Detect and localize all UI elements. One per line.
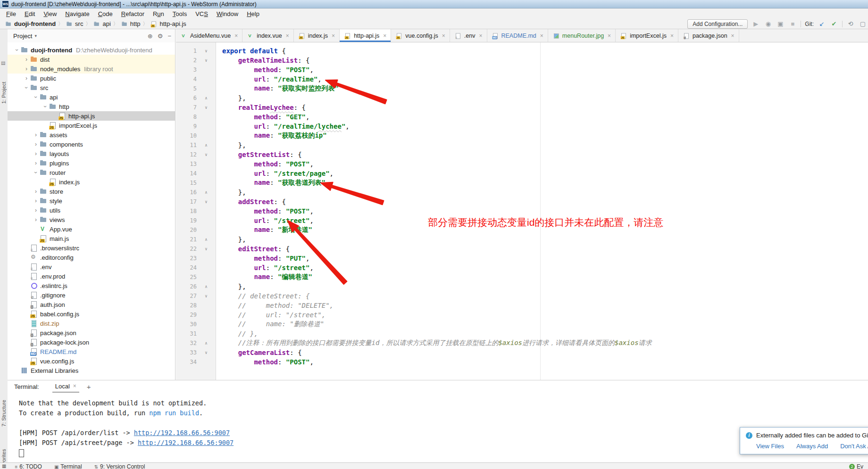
project-panel-title[interactable]: Project [13,33,32,40]
close-icon[interactable]: × [540,33,543,39]
fold-marker[interactable]: ∨ [197,105,216,110]
chevron-icon[interactable]: › [23,84,30,91]
menu-tools[interactable]: Tools [168,9,191,18]
hide-icon[interactable]: − [167,33,171,40]
fold-marker[interactable]: ∨ [197,294,216,298]
close-icon[interactable]: × [670,33,674,39]
tree-item-router[interactable]: ›router [8,168,175,177]
tree-item-assets[interactable]: ›assets [8,130,175,140]
tree-item-http-api.js[interactable]: JShttp-api.js [8,111,175,121]
notification-action-view-files[interactable]: View Files [756,443,784,450]
tree-item-.env[interactable]: ≡.env [8,262,175,272]
stop-icon[interactable]: ■ [788,20,797,28]
tree-item-External Libraries[interactable]: External Libraries [8,366,175,375]
chevron-icon[interactable]: › [32,160,40,166]
update-project-icon[interactable]: ↙ [818,20,826,28]
menu-navigate[interactable]: Navigate [61,9,93,18]
fold-marker[interactable]: ∧ [197,341,216,346]
fold-marker[interactable]: ∨ [197,49,216,53]
statusbar-terminal[interactable]: ▣Terminal [54,463,82,469]
chevron-icon[interactable]: › [32,132,40,138]
tree-item-index.js[interactable]: JSindex.js [8,177,175,187]
chevron-icon[interactable]: › [33,169,39,176]
menu-refactor[interactable]: Refactor [117,9,149,18]
tree-item-auth.json[interactable]: {}auth.json [8,300,175,309]
menu-run[interactable]: Run [149,9,168,18]
editor-tab-vue.config.js[interactable]: JSvue.config.js× [391,29,450,42]
menu-view[interactable]: View [39,9,61,18]
editor-tab-menuRouter.jpg[interactable]: menuRouter.jpg× [548,29,616,42]
chevron-icon[interactable]: › [23,66,30,72]
chevron-icon[interactable]: › [23,75,30,82]
breadcrumb-item-http[interactable]: http [121,20,141,28]
tree-item-api[interactable]: ›api [8,92,175,102]
editor-tab-.env[interactable]: ≡.env× [450,29,487,42]
fold-marker[interactable]: ∧ [197,96,216,100]
fold-marker[interactable]: ∧ [197,190,216,195]
editor-tab-http-api.js[interactable]: JShttp-api.js× [340,29,391,42]
close-icon[interactable]: × [479,33,482,39]
fold-marker[interactable]: ∨ [197,350,216,355]
tool-window-switcher-icon[interactable]: ▦ [2,463,6,469]
chevron-icon[interactable]: › [32,141,40,148]
tree-item-vue.config.js[interactable]: JSvue.config.js [8,356,175,366]
close-icon[interactable]: × [731,33,734,39]
tool-stripe-project[interactable]: 1: Project [1,82,7,104]
fold-marker[interactable]: ∧ [197,237,216,242]
tree-item-dist.zip[interactable]: dist.zip [8,319,175,328]
terminal-link[interactable]: http://192.168.66.56:9007 [138,439,234,446]
tree-item-.eslintrc.js[interactable]: .eslintrc.js [8,281,175,290]
close-icon[interactable]: × [332,33,335,39]
editor-tab-index.js[interactable]: JSindex.js× [294,29,340,42]
close-icon[interactable]: × [286,33,289,39]
add-configuration-button[interactable]: Add Configuration... [687,19,748,29]
tree-item-store[interactable]: ›store [8,187,175,196]
tree-item-http[interactable]: ›http [8,102,175,111]
chevron-icon[interactable]: › [32,216,40,223]
fold-marker[interactable]: ∨ [197,199,216,204]
tree-item-.env.prod[interactable]: ≡.env.prod [8,272,175,281]
breadcrumb-item-http-api.js[interactable]: JShttp-api.js [150,20,186,28]
fold-marker[interactable]: ∨ [197,152,216,157]
event-log-widget[interactable]: 2 Ev [849,463,863,469]
editor-tab-index.vue[interactable]: Vindex.vue× [242,29,294,42]
terminal-link[interactable]: http://192.168.66.56:9007 [134,429,230,436]
statusbar-vcs[interactable]: ⇅9: Version Control [94,463,145,469]
chevron-down-icon[interactable]: ▾ [34,33,37,38]
editor-tab-importExcel.js[interactable]: JSimportExcel.js× [616,29,678,42]
run-icon[interactable]: ▶ [751,20,760,28]
tool-stripe-structure[interactable]: 7: Structure [1,400,7,427]
commit-icon[interactable]: ✔ [830,20,838,28]
monitor-icon[interactable]: ▢ [859,20,867,28]
breadcrumb-item-api[interactable]: api [93,20,110,28]
editor-tab-package.json[interactable]: {}package.json× [678,29,739,42]
close-icon[interactable]: × [383,33,386,39]
tree-item-.browserslistrc[interactable]: ≡.browserslistrc [8,243,175,253]
breadcrumb-item-src[interactable]: src [66,20,83,28]
coverage-icon[interactable]: ▣ [776,20,785,28]
fold-marker[interactable]: ∨ [197,58,216,63]
close-icon[interactable]: × [234,33,238,39]
tree-item-.editorconfig[interactable]: ⚙.editorconfig [8,253,175,262]
tree-item-node_modules[interactable]: ›node_moduleslibrary root [8,64,175,74]
tree-item-README.md[interactable]: MDREADME.md [8,347,175,356]
history-icon[interactable]: ⟲ [846,20,855,28]
menu-help[interactable]: Help [242,9,264,18]
menu-vcs[interactable]: VCS [191,9,212,18]
editor-tab-AsideMenu.vue[interactable]: VAsideMenu.vue× [176,29,242,42]
tree-item-.gitignore[interactable]: ⊘.gitignore [8,290,175,300]
settings-icon[interactable]: ⚙ [158,33,163,40]
menu-file[interactable]: File [2,9,20,18]
tree-item-importExcel.js[interactable]: JSimportExcel.js [8,121,175,130]
tree-item-duoji-frontend[interactable]: ›duoji-frontendD:\zheheWeb\duoji-fronten… [8,45,175,55]
tree-item-public[interactable]: ›public [8,74,175,83]
new-terminal-button[interactable]: + [87,383,91,391]
tree-item-views[interactable]: ›views [8,215,175,224]
debug-icon[interactable]: ◉ [764,20,772,28]
breadcrumb-item-duoji-frontend[interactable]: duoji-frontend [5,20,56,28]
menu-edit[interactable]: Edit [20,9,39,18]
close-icon[interactable]: × [442,33,445,39]
tree-item-dist[interactable]: ›dist [8,55,175,64]
code-editor[interactable]: 1∨export default {2∨ getRealTimeList: {3… [176,42,868,380]
chevron-icon[interactable]: › [14,46,20,54]
